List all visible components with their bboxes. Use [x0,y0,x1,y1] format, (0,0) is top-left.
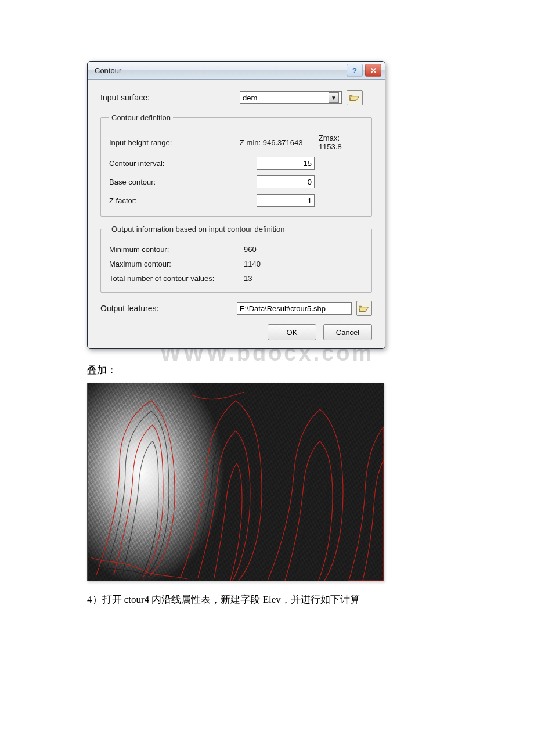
overlay-caption: 叠加： [87,363,447,377]
cancel-button[interactable]: Cancel [323,324,372,340]
dialog-title: Contour [95,66,344,75]
step4-text: 4）打开 ctour4 内沿线属性表，新建字段 Elev，并进行如下计算 [87,593,447,606]
dropdown-arrow-icon[interactable]: ▼ [329,92,339,103]
contour-interval-label: Contour interval: [109,159,244,168]
min-contour-label: Minimum contour: [109,245,244,254]
contour-definition-legend: Contour definition [109,113,173,122]
max-contour-label: Maximum contour: [109,260,244,268]
input-surface-label: Input surface: [100,93,240,102]
z-factor-input[interactable] [257,194,315,207]
output-info-group: Output information based on input contou… [100,225,372,293]
z-factor-label: Z factor: [109,196,244,205]
zmin-value: Z min: 946.371643 [240,138,319,147]
help-button[interactable]: ? [347,64,363,77]
total-values-value: 13 [244,274,252,283]
contour-definition-group: Contour definition Input height range: Z… [100,113,372,217]
input-surface-value: dem [243,93,329,102]
total-values-label: Total number of contour values: [109,274,244,283]
contour-lines [88,383,384,581]
browse-input-button[interactable] [347,90,363,105]
ok-button[interactable]: OK [268,324,316,340]
contour-dialog: Contour ? ✕ Input surface: dem ▼ Co [87,61,385,349]
titlebar: Contour ? ✕ [88,62,385,80]
output-features-label: Output features: [100,304,237,313]
dialog-body: Input surface: dem ▼ Contour definition … [88,80,385,348]
contour-interval-input[interactable] [257,157,315,170]
output-info-legend: Output information based on input contou… [109,225,287,233]
height-range-label: Input height range: [109,138,240,147]
input-surface-combo[interactable]: dem ▼ [240,91,342,104]
folder-open-icon [359,304,369,312]
folder-open-icon [349,93,360,102]
close-button[interactable]: ✕ [365,64,381,77]
zmax-value: Zmax: 1153.8 [319,134,363,151]
base-contour-input[interactable] [257,175,315,188]
max-contour-value: 1140 [244,260,261,268]
min-contour-value: 960 [244,245,257,254]
browse-output-button[interactable] [356,301,372,316]
base-contour-label: Base contour: [109,178,244,186]
output-features-input[interactable] [237,302,352,315]
terrain-overlay-image [87,383,384,581]
